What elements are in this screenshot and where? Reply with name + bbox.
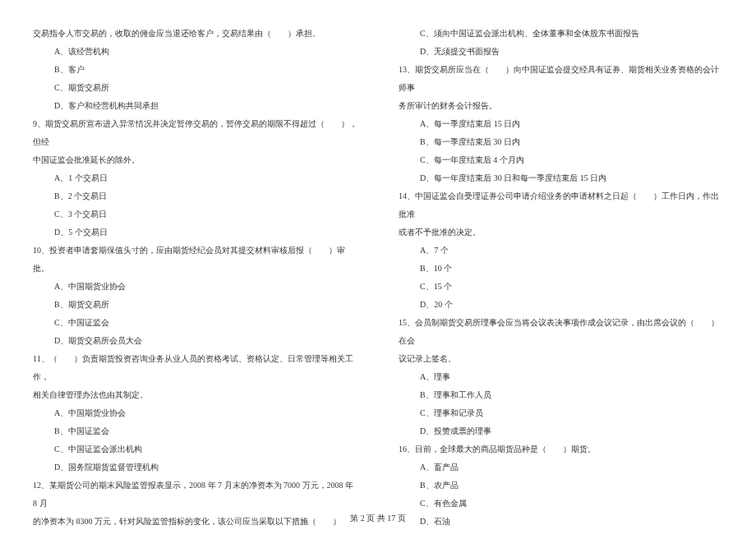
question-text: 15、会员制期货交易所理事会应当将会议表决事项作成会议记录，由出席会议的（ ）在… <box>399 314 723 350</box>
question-continuation: 相关自律管理办法也由其制定。 <box>33 386 357 404</box>
question-continuation: 中国证监会批准延长的除外。 <box>33 151 357 169</box>
answer-option: D、客户和经营机构共同承担 <box>33 97 357 115</box>
answer-option: A、中国期货业协会 <box>33 278 357 296</box>
answer-option: C、理事和记录员 <box>399 404 723 422</box>
answer-option: A、只须向中国证监会派出机构书面报告 <box>33 531 357 534</box>
answer-option: B、农产品 <box>399 476 723 495</box>
answer-option: A、每一季度结束后 15 日内 <box>399 115 723 133</box>
answer-option: B、客户 <box>33 61 357 79</box>
answer-option: D、每一年度结束后 30 日和每一季度结束后 15 日内 <box>399 169 723 187</box>
answer-option: C、中国证监会 <box>33 314 357 332</box>
answer-option: A、1 个交易日 <box>33 169 357 187</box>
answer-option: D、20 个 <box>399 296 723 314</box>
answer-option: B、理事和工作人员 <box>399 386 723 404</box>
question-text: 14、中国证监会自受理证券公司申请介绍业务的申请材料之日起（ ）工作日内，作出批… <box>399 187 723 223</box>
question-text: 交易指令人市交易的，收取的佣金应当退还给客户，交易结果由（ ）承担。 <box>33 25 357 43</box>
answer-option: C、期货交易所 <box>33 79 357 97</box>
question-text: 12、某期货公司的期末风险监管报表显示，2008 年 7 月末的净资本为 700… <box>33 476 357 513</box>
question-continuation: 务所审计的财务会计报告。 <box>399 97 723 115</box>
page-container: 交易指令人市交易的，收取的佣金应当退还给客户，交易结果由（ ）承担。A、该经营机… <box>33 25 723 501</box>
question-text: 11、（ ）负责期货投资咨询业务从业人员的资格考试、资格认定、日常管理等相关工作… <box>33 350 357 386</box>
question-text: 17、期货交易所的交易结算系统和交易结算业务应当满足（ ）的要求，真实、准确和完… <box>399 531 723 534</box>
answer-option: B、中国证监会 <box>33 422 357 440</box>
answer-option: A、该经营机构 <box>33 43 357 61</box>
answer-option: B、10 个 <box>399 260 723 278</box>
answer-option: D、5 个交易日 <box>33 223 357 242</box>
answer-option: B、每一季度结束后 30 日内 <box>399 133 723 151</box>
question-text: 9、期货交易所宣布进入异常情况并决定暂停交易的，暂停交易的期限不得超过（ ），但… <box>33 115 357 151</box>
question-text: 10、投资者申请套期保值头寸的，应由期货经纪会员对其提交材料审核后报（ ）审批。 <box>33 242 357 278</box>
answer-option: C、每一年度结束后 4 个月内 <box>399 151 723 169</box>
question-continuation: 议记录上签名。 <box>399 350 723 368</box>
question-text: 16、目前，全球最大的商品期货品种是（ ）期货。 <box>399 440 723 458</box>
right-column: C、须向中国证监会派出机构、全体董事和全体股东书面报告D、无须提交书面报告13、… <box>399 25 723 501</box>
answer-option: C、须向中国证监会派出机构、全体董事和全体股东书面报告 <box>399 25 723 43</box>
answer-option: C、15 个 <box>399 278 723 296</box>
answer-option: C、中国证监会派出机构 <box>33 440 357 458</box>
left-column: 交易指令人市交易的，收取的佣金应当退还给客户，交易结果由（ ）承担。A、该经营机… <box>33 25 357 501</box>
answer-option: D、无须提交书面报告 <box>399 43 723 61</box>
answer-option: A、中国期货业协会 <box>33 404 357 422</box>
answer-option: C、有色金属 <box>399 495 723 513</box>
answer-option: D、国务院期货监督管理机构 <box>33 458 357 476</box>
answer-option: A、畜产品 <box>399 458 723 476</box>
answer-option: A、理事 <box>399 368 723 386</box>
question-continuation: 或者不予批准的决定。 <box>399 223 723 242</box>
answer-option: C、3 个交易日 <box>33 205 357 223</box>
answer-option: D、期货交易所会员大会 <box>33 332 357 350</box>
answer-option: A、7 个 <box>399 242 723 260</box>
question-text: 13、期货交易所应当在（ ）向中国证监会提交经具有证券、期货相关业务资格的会计师… <box>399 61 723 97</box>
answer-option: B、2 个交易日 <box>33 187 357 205</box>
answer-option: D、投赞成票的理事 <box>399 422 723 440</box>
answer-option: B、期货交易所 <box>33 296 357 314</box>
page-footer: 第 2 页 共 17 页 <box>0 513 756 524</box>
